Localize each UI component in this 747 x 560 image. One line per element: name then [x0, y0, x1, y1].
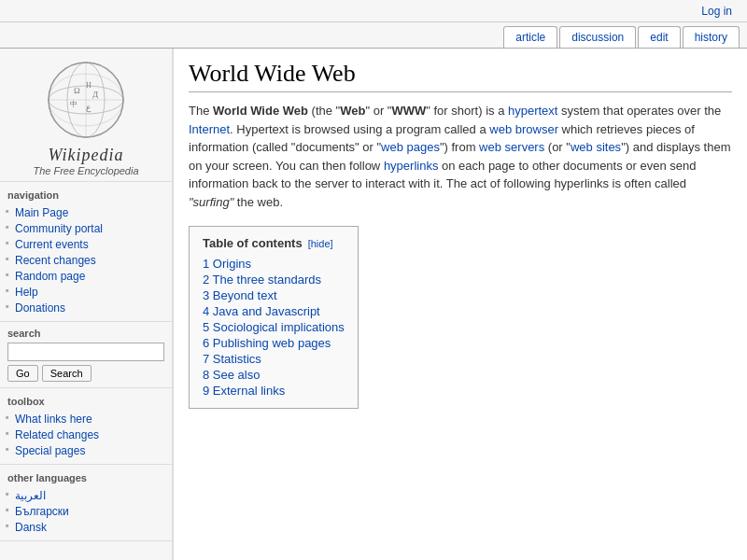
nav-main-page[interactable]: Main Page	[15, 206, 68, 219]
toc-item: 8 See also	[203, 367, 345, 383]
list-item: Recent changes	[0, 252, 172, 268]
wiki-subtitle: The Free Encyclopedia	[5, 165, 167, 176]
search-button[interactable]: Search	[42, 365, 92, 382]
article-body: The World Wide Web (the "Web" or "WWW" f…	[189, 102, 732, 211]
lang-danish[interactable]: Dansk	[15, 521, 47, 534]
wikipedia-globe-icon: Ω H Д 中 ع	[35, 58, 137, 142]
search-input[interactable]	[7, 343, 164, 361]
tab-discussion[interactable]: discussion	[559, 26, 636, 48]
navigation-list: Main Page Community portal Current event…	[0, 204, 172, 315]
toc-item: 7 Statistics	[203, 351, 345, 367]
tab-bar: article discussion edit history	[0, 22, 747, 49]
toc-link-3[interactable]: 3 Beyond text	[203, 288, 277, 302]
toolbox-related-changes[interactable]: Related changes	[15, 428, 99, 441]
toc-link-9[interactable]: 9 External links	[203, 384, 285, 398]
link-web-servers[interactable]: web servers	[479, 140, 544, 154]
table-of-contents: Table of contents [hide] 1 Origins 2 The…	[189, 226, 359, 409]
sidebar-toolbox: toolbox What links here Related changes …	[0, 388, 172, 465]
toc-hide-link[interactable]: [hide]	[308, 238, 333, 249]
list-item: Random page	[0, 268, 172, 284]
main-layout: Ω H Д 中 ع Wikipedia The Free Encyclopedi…	[0, 49, 747, 560]
list-item: Donations	[0, 300, 172, 315]
toolbox-title: toolbox	[0, 394, 172, 411]
toc-title-text: Table of contents	[203, 236, 303, 250]
toc-list: 1 Origins 2 The three standards 3 Beyond…	[203, 256, 345, 399]
search-section: search Go Search	[0, 322, 172, 388]
svg-text:中: 中	[70, 100, 78, 108]
toc-link-4[interactable]: 4 Java and Javascript	[203, 304, 320, 318]
link-internet[interactable]: Internet	[189, 122, 230, 136]
list-item: Main Page	[0, 204, 172, 220]
other-languages-list: العربية Български Dansk	[0, 487, 172, 535]
article-title: World Wide Web	[189, 60, 732, 92]
toc-item: 5 Sociological implications	[203, 319, 345, 335]
svg-text:Д: Д	[92, 90, 98, 99]
link-web-pages[interactable]: web pages	[381, 140, 440, 154]
list-item: Dansk	[0, 519, 172, 535]
go-button[interactable]: Go	[7, 365, 38, 382]
toc-item: 9 External links	[203, 383, 345, 399]
toc-link-7[interactable]: 7 Statistics	[203, 352, 261, 366]
list-item: Related changes	[0, 427, 172, 442]
lang-arabic[interactable]: العربية	[15, 489, 46, 502]
link-hyperlinks[interactable]: hyperlinks	[384, 159, 439, 173]
tab-article[interactable]: article	[503, 26, 557, 48]
toc-link-2[interactable]: 2 The three standards	[203, 273, 321, 287]
toc-item: 2 The three standards	[203, 272, 345, 287]
sidebar-logo: Ω H Д 中 ع Wikipedia The Free Encyclopedi…	[0, 49, 172, 182]
search-label: search	[7, 328, 164, 339]
toc-item: 4 Java and Javascript	[203, 303, 345, 319]
navigation-title: navigation	[0, 188, 172, 204]
list-item: Български	[0, 503, 172, 519]
link-hypertext[interactable]: hypertext	[508, 104, 557, 118]
nav-random-page[interactable]: Random page	[15, 270, 85, 283]
sidebar-navigation: navigation Main Page Community portal Cu…	[0, 182, 172, 322]
toc-item: 3 Beyond text	[203, 287, 345, 303]
toc-link-8[interactable]: 8 See also	[203, 368, 260, 382]
list-item: What links here	[0, 411, 172, 427]
toolbox-special-pages[interactable]: Special pages	[15, 444, 85, 457]
svg-point-6	[49, 63, 123, 137]
search-buttons: Go Search	[7, 365, 164, 382]
nav-help[interactable]: Help	[15, 286, 38, 299]
toc-link-1[interactable]: 1 Origins	[203, 257, 251, 271]
sidebar: Ω H Д 中 ع Wikipedia The Free Encyclopedi…	[0, 49, 173, 560]
lang-bulgarian[interactable]: Български	[15, 505, 69, 518]
link-web-browser[interactable]: web browser	[489, 122, 558, 136]
tab-history[interactable]: history	[683, 26, 740, 48]
article-content: World Wide Web The World Wide Web (the "…	[173, 49, 747, 560]
toc-item: 6 Publishing web pages	[203, 335, 345, 351]
list-item: Community portal	[0, 220, 172, 236]
nav-current-events[interactable]: Current events	[15, 238, 89, 251]
nav-community-portal[interactable]: Community portal	[15, 222, 103, 235]
toc-title: Table of contents [hide]	[203, 236, 345, 250]
tab-edit[interactable]: edit	[638, 26, 680, 48]
top-bar: Log in	[0, 0, 747, 22]
wiki-title: Wikipedia	[5, 146, 167, 165]
link-web-sites[interactable]: web sites	[571, 140, 621, 154]
login-link[interactable]: Log in	[701, 5, 732, 18]
svg-text:Ω: Ω	[74, 86, 80, 95]
toc-link-6[interactable]: 6 Publishing web pages	[203, 336, 331, 350]
list-item: Help	[0, 284, 172, 300]
svg-text:H: H	[86, 81, 92, 90]
nav-recent-changes[interactable]: Recent changes	[15, 254, 96, 267]
sidebar-other-languages: other languages العربية Български Dansk	[0, 465, 172, 541]
toolbox-list: What links here Related changes Special …	[0, 411, 172, 458]
nav-donations[interactable]: Donations	[15, 301, 65, 315]
list-item: Special pages	[0, 442, 172, 458]
toolbox-what-links-here[interactable]: What links here	[15, 413, 92, 426]
toc-link-5[interactable]: 5 Sociological implications	[203, 320, 345, 334]
list-item: Current events	[0, 236, 172, 252]
toc-item: 1 Origins	[203, 256, 345, 272]
list-item: العربية	[0, 487, 172, 503]
other-languages-title: other languages	[0, 470, 172, 487]
